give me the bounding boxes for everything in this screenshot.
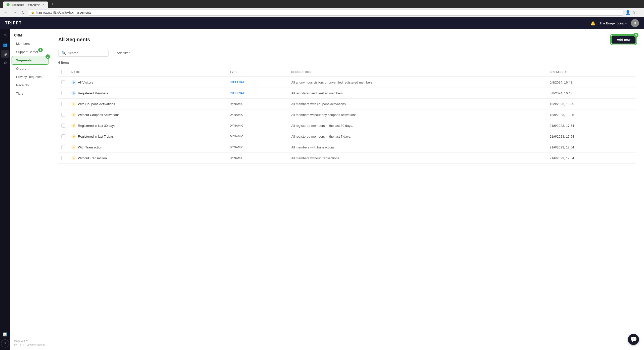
- row-checkbox[interactable]: [61, 145, 65, 149]
- col-checkbox-header[interactable]: [58, 67, 68, 77]
- menu-icon[interactable]: ⋮: [637, 10, 641, 15]
- row-segment-icon: ⚡: [71, 123, 76, 128]
- nav-back-button[interactable]: ←: [3, 10, 10, 16]
- app-wrapper: TRIFFT 🔔 The Burger Joint ▾ B ⊞ 👥 ◎ ⚙ 📊 …: [0, 17, 644, 350]
- row-created-cell: 6/8/2024, 16:43: [547, 77, 636, 88]
- row-checkbox[interactable]: [61, 80, 65, 84]
- sort-arrow-icon: ↓: [239, 70, 241, 73]
- table-row[interactable]: ⚡ Registered in last 30 days DYNAMIC All…: [58, 120, 636, 131]
- row-checkbox-cell[interactable]: [58, 153, 68, 164]
- row-description-cell: All anonymous visitors or unverified reg…: [288, 77, 547, 88]
- table-row[interactable]: ◎ All Visitors INTERNAL All anonymous vi…: [58, 77, 636, 88]
- profile-icon[interactable]: 👤: [625, 10, 630, 15]
- sidebar-icon-crm[interactable]: 👥: [1, 41, 9, 49]
- row-checkbox-cell[interactable]: [58, 99, 68, 109]
- row-type-cell: INTERNAL: [227, 88, 288, 99]
- sidebar-item-members[interactable]: Members: [12, 40, 48, 48]
- row-segment-icon: ⚡: [71, 112, 76, 117]
- row-checkbox[interactable]: [61, 156, 65, 160]
- step-badge-3: 3: [633, 33, 638, 38]
- table-row[interactable]: ⚡ Without Transaction DYNAMIC All member…: [58, 153, 636, 164]
- row-checkbox-cell[interactable]: [58, 120, 68, 131]
- row-checkbox[interactable]: [61, 124, 65, 128]
- sidebar-item-orders[interactable]: Orders: [12, 65, 48, 72]
- row-segment-icon: ◎: [71, 91, 76, 95]
- row-description-cell: All registered members in the last 7 day…: [288, 131, 547, 142]
- chat-bubble[interactable]: 💬: [628, 334, 639, 345]
- browser-nav-icons: 👤 ☆ ⋮: [625, 10, 641, 15]
- add-new-button[interactable]: Add new: [611, 35, 636, 44]
- row-description-cell: All members with coupons activations.: [288, 99, 547, 109]
- tab-close-icon[interactable]: ✕: [42, 3, 45, 7]
- row-segment-icon: ◎: [71, 80, 76, 85]
- row-segment-name: With Coupons Activations: [78, 102, 115, 106]
- table-row[interactable]: ⚡ Registered in last 7 days DYNAMIC All …: [58, 131, 636, 142]
- new-tab-button[interactable]: +: [49, 2, 56, 7]
- row-checkbox-cell[interactable]: [58, 142, 68, 153]
- row-checkbox[interactable]: [61, 134, 65, 138]
- add-filter-button[interactable]: + Add filter: [112, 50, 132, 56]
- row-name-cell: ⚡ With Coupons Activations: [68, 99, 227, 109]
- sidebar-icon-help[interactable]: ?: [1, 339, 9, 347]
- row-checkbox-cell[interactable]: [58, 131, 68, 142]
- row-checkbox-cell[interactable]: [58, 109, 68, 120]
- row-type-cell: DYNAMIC: [227, 142, 288, 153]
- row-description-cell: All members with transactions.: [288, 142, 547, 153]
- row-checkbox-cell[interactable]: [58, 88, 68, 99]
- row-name-cell: ⚡ Registered in last 7 days: [68, 131, 227, 142]
- row-segment-name: Registered in last 7 days: [78, 135, 114, 138]
- row-created-cell: 21/6/2023, 17:54: [547, 120, 636, 131]
- sidebar-item-segments[interactable]: Segments 2: [12, 56, 48, 64]
- row-name-cell: ⚡ Without Transaction: [68, 153, 227, 163]
- notification-icon[interactable]: 🔔: [590, 21, 596, 26]
- table-row[interactable]: ⚡ Without Coupons Activations DYNAMIC Al…: [58, 109, 636, 120]
- url-text: https://app.trifft.io/cacitokiy/crm/segm…: [36, 11, 91, 14]
- company-selector[interactable]: The Burger Joint ▾: [600, 21, 627, 25]
- company-name: The Burger Joint: [600, 21, 624, 25]
- row-type-cell: DYNAMIC: [227, 131, 288, 142]
- address-bar[interactable]: 🔒 https://app.trifft.io/cacitokiy/crm/se…: [28, 10, 623, 16]
- nav-forward-button[interactable]: →: [12, 10, 18, 16]
- sidebar-item-privacy[interactable]: Privacy Requests: [12, 73, 48, 81]
- row-description-cell: All registered and verified members.: [288, 88, 547, 99]
- sidebar-icon-settings[interactable]: ⚙: [1, 59, 9, 67]
- row-checkbox[interactable]: [61, 102, 65, 106]
- row-segment-name: Without Transaction: [78, 156, 107, 160]
- tab-title: Segments - Trifft Admin: [12, 3, 40, 6]
- search-input[interactable]: [68, 51, 103, 55]
- step-badge-2: 2: [45, 54, 50, 59]
- row-type-cell: DYNAMIC: [227, 153, 288, 164]
- star-icon[interactable]: ☆: [632, 10, 635, 15]
- col-type-header[interactable]: TYPE ↓: [227, 67, 288, 77]
- row-created-cell: 21/6/2023, 17:54: [547, 131, 636, 142]
- row-checkbox[interactable]: [61, 113, 65, 117]
- table-row[interactable]: ⚡ With Transaction DYNAMIC All members w…: [58, 142, 636, 153]
- sidebar-item-receipts[interactable]: Receipts: [12, 81, 48, 89]
- col-description-header: DESCRIPTION: [288, 67, 547, 77]
- row-checkbox[interactable]: [61, 91, 65, 95]
- row-name-cell: ⚡ Without Coupons Activations: [68, 109, 227, 120]
- topbar-right: 🔔 The Burger Joint ▾ B: [590, 19, 639, 27]
- sidebar-icon-analytics[interactable]: 📊: [1, 330, 9, 338]
- app-body: ⊞ 👥 ◎ ⚙ 📊 ? CRM Members Support Center S…: [0, 29, 644, 350]
- browser-chrome: Segments - Trifft Admin ✕ +: [0, 0, 644, 8]
- main-content: All Segments Add new 3 🔍 + Add filter 6 …: [50, 29, 644, 350]
- row-segment-name: Registered Members: [78, 91, 108, 95]
- sidebar-icon-loyalty[interactable]: ◎: [1, 50, 9, 58]
- nav-refresh-button[interactable]: ↻: [20, 10, 26, 16]
- user-avatar[interactable]: B: [631, 19, 639, 27]
- table-row[interactable]: ◎ Registered Members INTERNAL All regist…: [58, 88, 636, 99]
- search-input-wrap[interactable]: 🔍: [58, 49, 109, 57]
- row-description-cell: All registered members in the last 30 da…: [288, 120, 547, 131]
- left-sidebar: ⊞ 👥 ◎ ⚙ 📊 ?: [0, 29, 10, 350]
- row-name-cell: ⚡ Registered in last 30 days: [68, 120, 227, 131]
- chevron-down-icon: ▾: [625, 21, 627, 25]
- row-checkbox-cell[interactable]: [58, 77, 68, 88]
- table-row[interactable]: ⚡ With Coupons Activations DYNAMIC All m…: [58, 99, 636, 109]
- select-all-checkbox[interactable]: [61, 70, 65, 74]
- sidebar-item-tiers[interactable]: Tiers: [12, 90, 48, 97]
- browser-tab-active[interactable]: Segments - Trifft Admin ✕: [3, 2, 48, 8]
- row-segment-icon: ⚡: [71, 134, 76, 139]
- sidebar-section-title: CRM: [10, 29, 50, 40]
- sidebar-icon-grid[interactable]: ⊞: [1, 32, 9, 40]
